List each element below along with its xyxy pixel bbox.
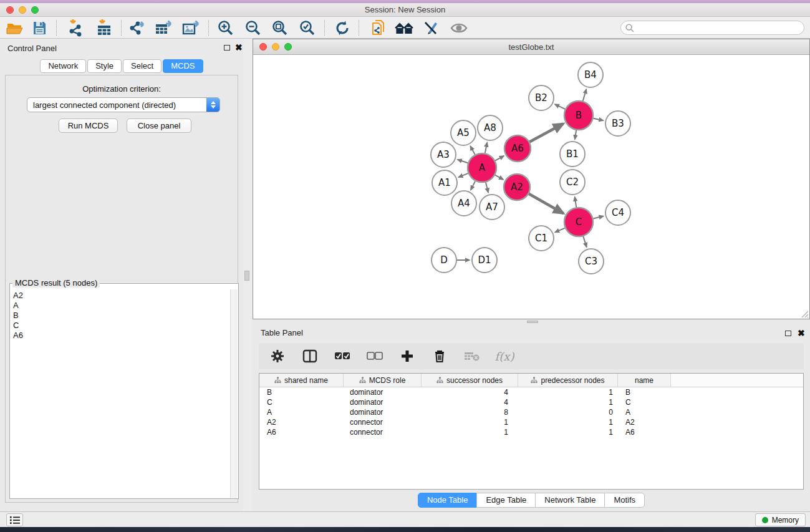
float-panel-icon[interactable]	[785, 331, 791, 336]
unselect-all-button[interactable]	[366, 347, 383, 365]
edge-C-C3[interactable]	[583, 236, 586, 247]
network-node-A1[interactable]: A1	[432, 170, 457, 195]
column-header-shared-name[interactable]: shared name	[259, 374, 344, 387]
network-node-B3[interactable]: B3	[605, 111, 630, 136]
column-header-name[interactable]: name	[618, 374, 671, 387]
edge-A-A5[interactable]	[470, 146, 475, 155]
show-graphics-details-button[interactable]	[448, 18, 470, 37]
table-row[interactable]: Cdominator41C	[259, 397, 803, 407]
table-row[interactable]: A2connector11A2	[259, 417, 803, 427]
edge-A2-C[interactable]	[529, 194, 563, 213]
network-node-B2[interactable]: B2	[529, 85, 554, 110]
mcds-result-item[interactable]: A6	[13, 331, 230, 341]
tab-network[interactable]: Network	[40, 59, 86, 73]
hide-graphics-details-button[interactable]	[420, 18, 442, 37]
network-node-A6[interactable]: A6	[504, 135, 531, 162]
import-table-button[interactable]	[93, 18, 115, 37]
network-node-A[interactable]: A	[468, 153, 496, 182]
tab-mcds[interactable]: MCDS	[163, 59, 203, 73]
zoom-selected-button[interactable]	[296, 18, 319, 37]
edge-B-B1[interactable]	[575, 130, 576, 140]
close-panel-button[interactable]: Close panel	[127, 118, 191, 133]
edge-C-C2[interactable]	[575, 197, 577, 208]
refresh-layout-button[interactable]	[331, 18, 354, 37]
open-session-button[interactable]	[3, 18, 26, 37]
network-node-C[interactable]: C	[564, 208, 593, 236]
horizontal-splitter[interactable]	[253, 319, 810, 324]
table-row[interactable]: Bdominator41B	[259, 387, 803, 397]
clone-network-button[interactable]	[367, 18, 390, 37]
edge-A6-B[interactable]	[529, 123, 563, 142]
table-row[interactable]: A6connector11A6	[259, 427, 803, 437]
tab-style[interactable]: Style	[87, 59, 122, 73]
mcds-result-item[interactable]: B	[13, 311, 230, 321]
edge-C-C4[interactable]	[593, 216, 603, 219]
mcds-result-item[interactable]: A2	[13, 291, 230, 301]
network-node-B[interactable]: B	[564, 101, 593, 130]
table-settings-button[interactable]	[269, 347, 286, 365]
splitter-handle[interactable]	[244, 271, 249, 281]
zoom-out-button[interactable]	[242, 18, 264, 37]
mcds-result-item[interactable]: A	[13, 301, 230, 311]
edge-A-A7[interactable]	[486, 182, 488, 192]
window-resize-grip[interactable]	[800, 309, 809, 318]
run-mcds-button[interactable]: Run MCDS	[59, 118, 118, 133]
edge-C-C1[interactable]	[555, 228, 565, 233]
zoom-fit-button[interactable]	[269, 18, 291, 37]
zoom-in-button[interactable]	[215, 18, 237, 37]
edge-B-B2[interactable]	[555, 104, 566, 109]
export-network-button[interactable]	[125, 18, 148, 37]
edge-B-B3[interactable]	[594, 118, 604, 120]
vertical-splitter[interactable]	[243, 39, 253, 511]
tab-network-table[interactable]: Network Table	[535, 493, 605, 508]
table-row[interactable]: Adominator80A	[259, 407, 803, 417]
export-image-button[interactable]	[180, 18, 202, 37]
create-column-button[interactable]	[398, 347, 416, 365]
search-input[interactable]	[634, 22, 804, 34]
network-node-B4[interactable]: B4	[578, 62, 603, 87]
float-panel-icon[interactable]	[224, 45, 230, 51]
mcds-result-item[interactable]: C	[13, 321, 230, 331]
import-network-button[interactable]	[64, 18, 87, 37]
home-button[interactable]	[393, 18, 415, 37]
edge-A-A6[interactable]	[495, 156, 504, 161]
export-table-button[interactable]	[152, 18, 175, 37]
save-session-button[interactable]	[28, 18, 51, 37]
network-node-C1[interactable]: C1	[529, 226, 554, 251]
delete-column-button[interactable]	[431, 347, 448, 365]
select-all-button[interactable]	[334, 347, 351, 365]
mcds-result-list[interactable]: A2ABCA6	[11, 289, 230, 498]
column-header-successor-nodes[interactable]: successor nodes	[422, 374, 518, 387]
network-node-C4[interactable]: C4	[605, 200, 630, 225]
network-node-A5[interactable]: A5	[451, 120, 476, 145]
close-panel-icon[interactable]: ✖	[235, 42, 243, 53]
tab-node-table[interactable]: Node Table	[418, 493, 478, 508]
column-header-predecessor-nodes[interactable]: predecessor nodes	[518, 374, 618, 387]
network-node-C2[interactable]: C2	[560, 170, 585, 195]
mcds-result-scrollbar[interactable]	[230, 289, 238, 498]
edge-A-A8[interactable]	[485, 143, 487, 153]
close-panel-icon[interactable]: ✖	[798, 327, 805, 339]
network-node-A4[interactable]: A4	[451, 191, 476, 216]
network-node-A2[interactable]: A2	[504, 174, 530, 200]
edge-A-A3[interactable]	[458, 160, 468, 163]
edge-B-B4[interactable]	[583, 89, 587, 101]
node-table[interactable]: shared nameMCDS rolesuccessor nodesprede…	[259, 373, 804, 490]
optimization-criterion-dropdown[interactable]: largest connected component (directed)	[27, 97, 220, 112]
tab-select[interactable]: Select	[123, 59, 162, 73]
memory-button[interactable]: Memory	[755, 513, 806, 526]
network-node-D[interactable]: D	[432, 248, 456, 273]
column-header-MCDS-role[interactable]: MCDS role	[344, 374, 422, 387]
edge-A-A1[interactable]	[458, 173, 468, 177]
network-node-C3[interactable]: C3	[579, 249, 604, 274]
network-node-A7[interactable]: A7	[480, 195, 504, 220]
network-node-A8[interactable]: A8	[478, 115, 503, 140]
task-history-button[interactable]	[6, 513, 23, 526]
edge-A-A2[interactable]	[495, 175, 503, 180]
tab-edge-table[interactable]: Edge Table	[476, 493, 536, 508]
network-node-D1[interactable]: D1	[472, 248, 497, 273]
edge-A-A4[interactable]	[471, 181, 475, 190]
network-node-B1[interactable]: B1	[560, 142, 585, 167]
splitter-handle[interactable]	[527, 321, 538, 323]
network-graph-canvas[interactable]: B4B2BB3A8A5A6B1A3AC2A1A2A4A7C4CC1C3DD1	[253, 55, 809, 319]
